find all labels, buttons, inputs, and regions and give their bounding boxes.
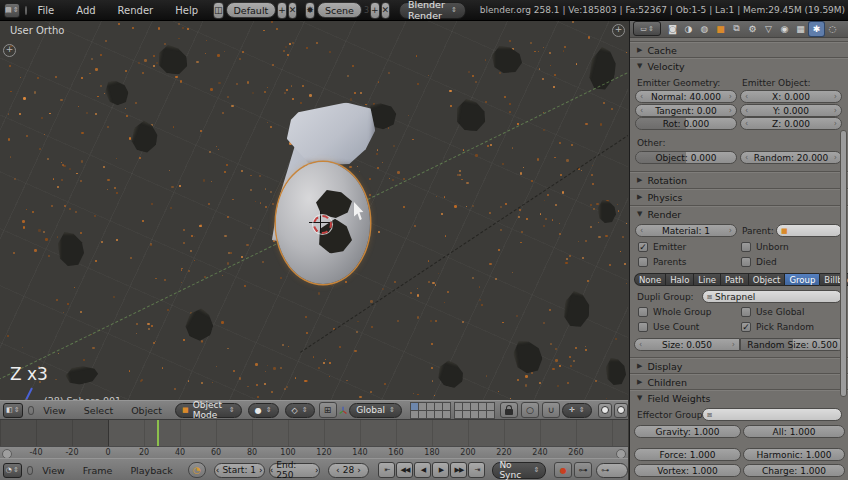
tangent-rot-slider[interactable]: Rot: 0.000 [635,117,737,130]
debris-chunk[interactable] [585,45,621,92]
decrement-arrow-icon[interactable]: ‹ [336,465,340,475]
3d-viewport[interactable]: User Ortho + + Z x3 (28) Sphere.001 [0,20,628,400]
render-tab-icon[interactable]: ◙ [665,22,680,36]
current-frame-field[interactable]: ‹ 28 › [328,463,370,478]
modifiers-tab-icon[interactable]: ⚙ [745,22,760,36]
vortex-weight-slider[interactable]: Vortex: 1.000 [634,464,741,477]
render-type-object[interactable]: Object [748,273,785,286]
parents-checkbox[interactable]: Parents [638,257,687,267]
transform-orientation-selector[interactable]: Global ⇕ [349,403,402,418]
editor-type-selector[interactable]: ▭⇕ [633,21,661,36]
add-scene-button[interactable]: + [370,2,380,19]
render-type-halo[interactable]: Halo [665,273,693,286]
render-type-none[interactable]: None [634,273,665,286]
properties-expand-icon[interactable]: + [612,24,625,37]
menu-add[interactable]: Add [65,5,106,16]
charge-weight-slider[interactable]: Charge: 1.000 [743,464,845,477]
sync-mode-selector[interactable]: No Sync ⇕ [492,462,546,479]
menu-help[interactable]: Help [164,5,209,16]
increment-arrow-icon[interactable]: › [259,465,263,475]
menu-select[interactable]: Select [75,405,122,416]
use-global-checkbox[interactable]: Use Global [741,307,804,317]
prev-keyframe-button[interactable]: ◀◀ [396,462,413,478]
layer-buttons-group2[interactable] [454,402,494,418]
menu-playback[interactable]: Playback [121,465,181,476]
velocity-z-field[interactable]: ‹Z: 0.000› [740,117,842,130]
decrement-arrow-icon[interactable]: ‹ [270,465,274,475]
physics-tab-icon[interactable]: ◌ [825,22,840,36]
menu-object[interactable]: Object [122,405,171,416]
next-keyframe-button[interactable]: ▶▶ [450,462,467,478]
object-velocity-slider[interactable]: Object: 0.000 [635,151,737,164]
snap-toggle[interactable]: ∪ [542,402,560,418]
texture-tab-icon[interactable]: ▦ [793,22,808,36]
random-size-slider[interactable]: Random Size: 0.500 [740,338,845,351]
editor-type-selector[interactable]: ◧⇕ [3,403,23,418]
panel-physics[interactable]: ▶Physics [630,189,848,204]
gravity-weight-slider[interactable]: Gravity: 1.000 [634,425,741,438]
velocity-y-field[interactable]: ‹Y: 0.000› [740,104,842,117]
tangent-field[interactable]: ‹Tangent: 0.00› [635,104,737,117]
debris-chunk[interactable] [435,359,467,391]
size-field[interactable]: ‹Size: 0.050› [634,338,740,351]
layer-10-button[interactable] [442,410,451,419]
menu-frame[interactable]: Frame [74,465,122,476]
debris-chunk[interactable] [103,78,131,108]
render-type-path[interactable]: Path [720,273,748,286]
3d-cursor[interactable] [313,215,332,234]
all-weight-slider[interactable]: All: 1.000 [743,425,845,438]
close-scene-button[interactable]: ✕ [381,2,391,19]
frame-end-field[interactable]: ‹ End: 250 › [269,463,320,478]
layer-buttons-group1[interactable] [410,402,450,418]
particles-tab-icon[interactable]: ✱ [809,22,824,36]
render-type-group[interactable]: Group [784,273,819,286]
play-button[interactable]: ▶ [432,462,449,478]
world-tab-icon[interactable]: ◍ [697,22,712,36]
active-keying-set-field[interactable]: ⊶ [596,463,628,478]
timeline-playhead[interactable] [157,418,159,446]
debris-chunk[interactable] [492,46,522,73]
force-weight-slider[interactable]: Force: 1.000 [634,448,741,461]
menu-view[interactable]: View [33,465,74,476]
render-type-line[interactable]: Line [693,273,720,286]
use-count-checkbox[interactable]: Use Count [638,322,699,332]
whole-group-checkbox[interactable]: Whole Group [638,307,711,317]
editor-type-selector[interactable]: ▤⇕ [4,3,20,18]
effector-group-field[interactable]: ⧈ [702,408,842,421]
jump-to-start-button[interactable]: ⇤ [378,462,395,478]
panel-rotation[interactable]: ▶Rotation [630,172,848,187]
screen-layout-selector[interactable]: Default [226,2,277,18]
menu-render[interactable]: Render [107,5,165,16]
keying-set-button[interactable]: ⊶ [574,462,592,478]
scene-selector[interactable]: Scene [317,2,362,18]
menu-view[interactable]: View [34,405,75,416]
debris-chunk[interactable] [156,44,190,77]
debris-chunk[interactable] [128,118,163,155]
harmonic-weight-slider[interactable]: Harmonic: 1.000 [743,448,845,461]
render-engine-selector[interactable]: Blender Render ⇕ [399,2,466,19]
material-number-field[interactable]: ‹Material: 1› [635,224,737,237]
opengl-render-button[interactable] [598,403,612,418]
frame-start-field[interactable]: ‹ Start: 1 › [214,463,265,478]
debris-chunk[interactable] [512,338,544,375]
panel-children[interactable]: ▶Children [630,374,848,389]
editor-type-selector[interactable]: ◔⇕ [3,463,22,478]
manipulator-toggle[interactable]: ⊞ [319,402,337,418]
add-layout-button[interactable]: + [277,2,287,19]
panel-cache[interactable]: ▶Cache [630,42,848,57]
debris-chunk[interactable] [598,200,616,223]
debris-chunk[interactable] [58,232,84,266]
material-tab-icon[interactable]: ◉ [777,22,792,36]
timeline-track[interactable] [0,418,628,446]
increment-arrow-icon[interactable]: › [315,465,319,475]
menu-file[interactable]: File [27,5,66,16]
died-checkbox[interactable]: Died [741,257,777,267]
debris-chunk[interactable] [180,305,219,345]
random-velocity-field[interactable]: ‹Random: 20.000› [740,151,842,164]
close-layout-button[interactable]: ✕ [288,2,298,19]
auto-keyframe-record-button[interactable]: ● [554,462,572,478]
header-collapse-dot[interactable] [28,406,35,415]
viewport-shading-selector[interactable]: ● ⇕ [248,403,279,418]
panel-render[interactable]: ▼Render [630,206,848,221]
panel-field-weights[interactable]: ▼Field Weights [630,390,848,405]
